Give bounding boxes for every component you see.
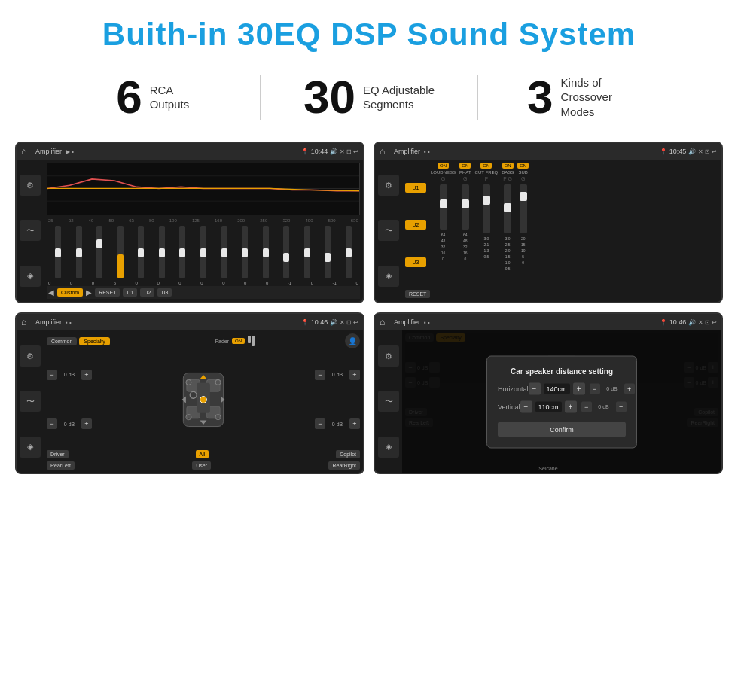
fader-status-icons: ▪ • (66, 319, 72, 326)
eq-slider-7[interactable] (172, 226, 193, 280)
eq-slider-13[interactable] (297, 226, 317, 280)
fader-tab-common[interactable]: Common (47, 337, 77, 345)
amp-sidebar-speaker[interactable]: ◈ (378, 266, 399, 287)
eq-sidebar-speaker[interactable]: ◈ (20, 266, 41, 287)
fader-main-content: Common Specialty Fader ON 👤 (44, 330, 363, 473)
fader-app-name: Amplifier (35, 318, 62, 326)
dialog-sidebar-speaker[interactable]: ◈ (378, 437, 399, 458)
eq-slider-9[interactable] (214, 226, 234, 280)
dialog-sidebar-wave[interactable]: 〜 (378, 391, 399, 412)
dialog-hdb-plus[interactable]: + (624, 383, 635, 394)
fader-db2-plus[interactable]: + (81, 418, 92, 429)
fader-driver-btn[interactable]: Driver (47, 450, 69, 458)
fader-db1-minus[interactable]: − (47, 370, 57, 380)
eq-u1-btn[interactable]: U1 (123, 288, 137, 297)
home-icon[interactable]: ⌂ (21, 146, 32, 157)
eq-prev-btn[interactable]: ◀ (48, 288, 54, 297)
eq-slider-14[interactable] (318, 226, 338, 280)
dialog-vertical-plus[interactable]: + (565, 400, 577, 412)
fader-user-btn[interactable]: User (192, 461, 211, 470)
fader-content: ⚙ 〜 ◈ Common Specialty Fader ON (17, 330, 363, 473)
eq-slider-6[interactable] (152, 226, 172, 280)
amp-content: ⚙ 〜 ◈ U1 U2 U3 ON LOUDNESS (375, 160, 721, 302)
fader-db3-value: 0 dB (327, 372, 348, 377)
eq-slider-12[interactable] (276, 226, 297, 280)
loudness-slider[interactable] (440, 184, 447, 230)
fader-db3: − 0 dB + (315, 370, 360, 380)
fader-on-badge[interactable]: ON (232, 338, 245, 344)
fader-copilot-btn[interactable]: Copilot (336, 450, 360, 458)
dialog-home-icon[interactable]: ⌂ (380, 317, 390, 327)
eq-status-icons: ▶ • (66, 148, 74, 155)
phat-slider[interactable] (462, 184, 469, 230)
dialog-horizontal-plus[interactable]: + (573, 382, 585, 394)
dialog-title: Car speaker distance setting (498, 367, 626, 375)
dialog-vertical-row: Vertical − 110cm + − 0 dB + (498, 400, 626, 412)
fader-db2: − 0 dB + (47, 418, 92, 429)
fader-time: 10:46 (311, 318, 328, 326)
loudness-on[interactable]: ON (438, 163, 449, 169)
eq-slider-5[interactable] (131, 226, 151, 280)
fader-db4-plus[interactable]: + (349, 418, 360, 429)
amp-pin-icon: 📍 (660, 148, 667, 155)
eq-sidebar-settings[interactable]: ⚙ (20, 175, 41, 196)
bass-on[interactable]: ON (502, 163, 514, 169)
cutfreq-slider[interactable] (483, 184, 490, 233)
eq-slider-15[interactable] (338, 226, 358, 280)
amp-reset-btn[interactable]: RESET (405, 290, 430, 298)
cutfreq-label: CUT FREQ (475, 170, 499, 175)
eq-sidebar: ⚙ 〜 ◈ (17, 160, 44, 302)
fader-sidebar-wave[interactable]: 〜 (20, 391, 41, 412)
amp-sidebar-settings[interactable]: ⚙ (378, 175, 399, 196)
fader-rearleft-btn[interactable]: RearLeft (47, 461, 75, 470)
sub-slider[interactable] (520, 184, 527, 233)
amp-u1-btn[interactable]: U1 (405, 183, 426, 193)
dialog-box: Car speaker distance setting Horizontal … (486, 355, 637, 448)
dialog-sidebar-settings[interactable]: ⚙ (378, 345, 399, 367)
amp-u3-btn[interactable]: U3 (405, 257, 426, 267)
fader-db3-plus[interactable]: + (349, 370, 360, 380)
fader-db4-minus[interactable]: − (315, 418, 325, 429)
eq-u3-btn[interactable]: U3 (157, 288, 172, 297)
eq-slider-10[interactable] (235, 226, 255, 280)
eq-slider-8[interactable] (194, 226, 214, 280)
dialog-vertical-minus[interactable]: − (520, 400, 532, 412)
amp-home-icon[interactable]: ⌂ (380, 146, 390, 157)
fader-user-icon[interactable]: 👤 (345, 333, 360, 348)
fader-all-btn[interactable]: All (196, 450, 209, 458)
stat-number-crossover: 3 (527, 74, 553, 120)
watermark: Seicane (538, 466, 557, 471)
fader-tab-specialty[interactable]: Specialty (79, 337, 109, 345)
eq-next-btn[interactable]: ▶ (86, 288, 92, 297)
dialog-confirm-btn[interactable]: Confirm (498, 422, 626, 437)
amp-u-buttons: U1 U2 U3 (405, 163, 426, 280)
sub-on[interactable]: ON (517, 163, 529, 169)
eq-u2-btn[interactable]: U2 (140, 288, 154, 297)
dialog-status-bar: ⌂ Amplifier ▪ • 📍 10:46 🔊 ✕ ⊡ ↩ (375, 314, 721, 330)
eq-slider-3[interactable] (90, 226, 110, 280)
eq-slider-2[interactable] (69, 226, 90, 280)
dialog-hdb-minus[interactable]: − (590, 383, 600, 394)
fader-db2-minus[interactable]: − (47, 418, 57, 429)
eq-sidebar-wave[interactable]: 〜 (20, 220, 41, 241)
eq-reset-btn[interactable]: RESET (95, 288, 120, 297)
eq-slider-4[interactable] (111, 226, 131, 280)
fader-db1-plus[interactable]: + (81, 370, 92, 380)
amp-u2-btn[interactable]: U2 (405, 220, 426, 230)
fader-rearright-btn[interactable]: RearRight (328, 461, 360, 470)
dialog-vdb-minus[interactable]: − (581, 401, 592, 412)
dialog-horizontal-minus[interactable]: − (529, 382, 541, 394)
eq-custom-btn[interactable]: Custom (57, 288, 83, 297)
dialog-vdb-plus[interactable]: + (616, 401, 627, 412)
fader-db3-minus[interactable]: − (315, 370, 325, 380)
phat-on[interactable]: ON (459, 163, 471, 169)
distance-dialog: Car speaker distance setting Horizontal … (486, 355, 637, 448)
fader-sidebar-settings[interactable]: ⚙ (20, 345, 41, 367)
fader-sidebar-speaker[interactable]: ◈ (20, 437, 41, 458)
cutfreq-on[interactable]: ON (480, 163, 492, 169)
eq-slider-1[interactable] (48, 226, 69, 280)
eq-slider-11[interactable] (255, 226, 276, 280)
amp-sidebar-wave[interactable]: 〜 (378, 220, 399, 241)
bass-slider[interactable] (504, 184, 511, 233)
fader-home-icon[interactable]: ⌂ (21, 317, 32, 327)
